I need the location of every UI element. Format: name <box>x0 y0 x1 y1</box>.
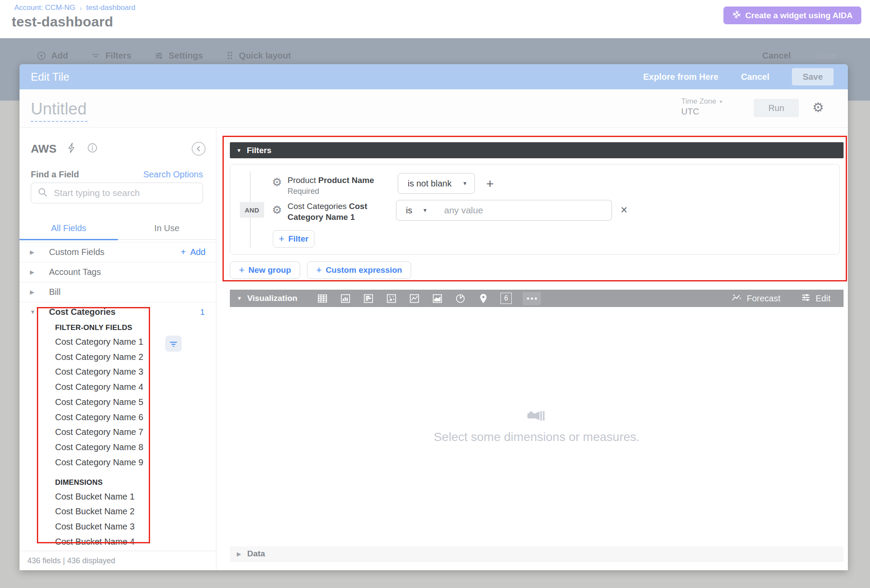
dimensions-header: DIMENSIONS <box>55 476 212 489</box>
edit-label: Edit <box>816 294 831 304</box>
table-chart-icon[interactable] <box>316 292 329 305</box>
fields-tabs: All Fields In Use <box>20 217 216 240</box>
edit-visualization-button[interactable]: Edit <box>801 292 831 305</box>
toolbar-quick-layout-label: Quick layout <box>239 51 291 61</box>
bar-chart-icon[interactable] <box>362 292 375 305</box>
field-item[interactable]: Cost Category Name 8 <box>55 440 212 455</box>
run-button[interactable]: Run <box>754 99 799 117</box>
field-item[interactable]: Cost Bucket Name 4 <box>55 534 212 549</box>
forecast-button[interactable]: Forecast <box>731 292 781 305</box>
create-widget-aida-button[interactable]: Create a widget using AIDA <box>723 7 861 24</box>
field-item[interactable]: Cost Category Name 5 <box>55 395 212 410</box>
plus-icon: + <box>279 233 285 245</box>
plus-icon: + <box>181 247 186 257</box>
empty-state-message: Select some dimensions or measures. <box>434 430 640 444</box>
toolbar-add-label: Add <box>51 51 68 61</box>
sidebar-item-cost-categories[interactable]: ▼ Cost Categories 1 <box>20 302 216 322</box>
page-header: Account: CCM-NG › test-dashboard test-da… <box>0 0 870 38</box>
data-section-header[interactable]: ▶ Data <box>230 546 844 562</box>
add-custom-field-label: Add <box>190 247 206 257</box>
add-filter-value-button[interactable]: + <box>486 176 494 191</box>
toolbar-cancel-button[interactable]: Cancel <box>762 51 791 61</box>
timezone-selector[interactable]: Time Zone ▾ UTC <box>681 97 722 117</box>
field-item[interactable]: Cost Category Name 6 <box>55 410 212 425</box>
chevron-down-icon: ▼ <box>422 207 428 213</box>
toolbar-save-button[interactable]: Save <box>816 51 836 61</box>
more-visualizations-icon[interactable] <box>523 292 541 305</box>
field-item[interactable]: Cost Category Name 2 <box>55 350 212 365</box>
toolbar-filters-button[interactable]: Filters <box>91 51 131 61</box>
tab-all-fields[interactable]: All Fields <box>20 217 118 239</box>
sidebar-item-bill[interactable]: ▶ Bill <box>20 282 216 302</box>
modal-header: Edit Tile Explore from Here Cancel Save <box>20 64 848 89</box>
explore-from-here-button[interactable]: Explore from Here <box>643 72 718 82</box>
info-icon[interactable] <box>87 142 98 155</box>
filter-by-field-button[interactable] <box>165 336 182 352</box>
new-group-button[interactable]: + New group <box>230 261 300 279</box>
modal-title: Edit Tile <box>31 71 69 83</box>
filter-operator-dropdown[interactable]: is ▼ <box>396 200 435 221</box>
filter-settings-gear-icon[interactable]: ⚙ <box>272 203 282 216</box>
toolbar-add-button[interactable]: Add <box>36 51 68 61</box>
forecast-sparkle-icon <box>731 292 742 305</box>
modal-cancel-button[interactable]: Cancel <box>741 72 769 82</box>
filter-field-note: Required <box>288 186 397 197</box>
single-value-icon[interactable]: 6 <box>500 292 513 305</box>
edit-tile-modal: Edit Tile Explore from Here Cancel Save … <box>20 64 848 570</box>
logic-and-chip[interactable]: AND <box>240 202 264 218</box>
bolt-icon[interactable] <box>67 142 76 155</box>
field-item[interactable]: Cost Category Name 4 <box>55 379 212 395</box>
field-item[interactable]: Cost Category Name 1 <box>55 334 212 350</box>
filter-operator-value: is <box>406 206 412 216</box>
tile-title-row: Untitled Time Zone ▾ UTC Run ⚙ <box>20 89 848 128</box>
result-canvas: Select some dimensions or measures. <box>230 307 844 546</box>
breadcrumb-separator-icon: › <box>80 4 82 12</box>
field-item[interactable]: Cost Category Name 9 <box>55 455 212 470</box>
sidebar-item-account-tags[interactable]: ▶ Account Tags <box>20 262 216 282</box>
filter-operator-dropdown[interactable]: is not blank ▼ <box>398 173 475 194</box>
field-item[interactable]: Cost Category Name 3 <box>55 365 212 380</box>
sidebar-item-custom-fields[interactable]: ▶ Custom Fields +Add <box>20 242 216 262</box>
filters-section-header[interactable]: ▼ Filters <box>230 142 844 158</box>
filter-settings-gear-icon[interactable]: ⚙ <box>272 176 282 189</box>
toolbar-quick-layout-button[interactable]: Quick layout <box>226 51 291 61</box>
collapse-sidebar-button[interactable] <box>192 142 206 156</box>
tile-name-input[interactable]: Untitled <box>31 100 88 122</box>
visualization-section-header[interactable]: ▼ Visualization <box>237 294 316 303</box>
custom-fields-label: Custom Fields <box>49 247 105 257</box>
field-search-input[interactable] <box>54 188 196 198</box>
tab-in-use[interactable]: In Use <box>118 217 216 239</box>
flashlight-icon <box>527 409 547 424</box>
breadcrumb-current-link[interactable]: test-dashboard <box>86 3 135 12</box>
plus-icon: + <box>239 265 245 276</box>
pie-chart-icon[interactable] <box>454 292 467 305</box>
remove-filter-icon[interactable]: × <box>621 204 628 216</box>
chevron-down-icon: ▼ <box>462 180 468 186</box>
field-item[interactable]: Cost Bucket Name 2 <box>55 504 212 519</box>
map-pin-icon[interactable] <box>477 292 490 305</box>
area-chart-icon[interactable] <box>431 292 444 305</box>
breadcrumb-account-link[interactable]: Account: CCM-NG <box>14 3 75 12</box>
in-use-count-badge: 1 <box>200 307 205 317</box>
column-chart-icon[interactable] <box>339 292 352 305</box>
fields-sidebar: AWS Find a Field Search Options All Fiel… <box>20 128 216 570</box>
add-filter-label: Filter <box>288 234 308 244</box>
field-item[interactable]: Cost Category Name 7 <box>55 425 212 440</box>
field-item[interactable]: Cost Bucket Name 1 <box>55 489 212 504</box>
query-settings-gear-icon[interactable]: ⚙ <box>812 100 824 115</box>
chevron-down-icon: ▼ <box>30 309 41 315</box>
modal-save-button[interactable]: Save <box>792 68 834 85</box>
find-a-field-label: Find a Field <box>31 170 79 180</box>
line-chart-icon[interactable] <box>408 292 421 305</box>
toolbar-settings-button[interactable]: Settings <box>154 51 203 61</box>
query-main-panel: ▼ Filters ⚙ Product Product Name Require… <box>216 128 848 570</box>
visualization-bar: ▼ Visualization 6 <box>230 290 844 307</box>
add-filter-button[interactable]: + Filter <box>273 230 314 248</box>
custom-expression-button[interactable]: + Custom expression <box>307 261 411 279</box>
search-options-link[interactable]: Search Options <box>143 170 203 180</box>
breadcrumb: Account: CCM-NG › test-dashboard <box>14 3 135 12</box>
field-item[interactable]: Cost Bucket Name 3 <box>55 519 212 534</box>
add-custom-field-button[interactable]: +Add <box>181 247 206 257</box>
scatter-plot-icon[interactable] <box>385 292 398 305</box>
filter-value-input[interactable] <box>435 200 612 221</box>
